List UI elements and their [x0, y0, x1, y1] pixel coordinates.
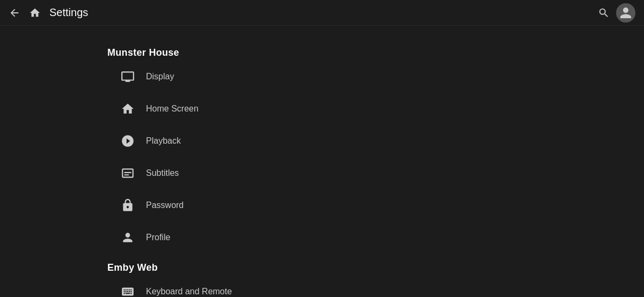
menu-item-playback[interactable]: Playback	[107, 125, 644, 157]
section-title-emby-web: Emby Web	[107, 262, 158, 273]
playback-label: Playback	[146, 136, 181, 146]
section-emby-web: Emby Web Keyboard and Remote	[107, 258, 644, 297]
avatar[interactable]	[616, 3, 635, 23]
settings-content: Munster House Display Home Screen	[0, 26, 644, 297]
profile-label: Profile	[146, 233, 170, 242]
section-header-munster-house: Munster House	[107, 43, 644, 61]
playback-icon	[120, 133, 135, 148]
header: Settings	[0, 0, 644, 26]
back-icon[interactable]	[9, 7, 20, 19]
password-icon	[120, 198, 135, 213]
password-label: Password	[146, 201, 184, 210]
menu-item-keyboard-remote[interactable]: Keyboard and Remote	[107, 276, 644, 297]
header-right	[598, 3, 635, 23]
menu-item-profile[interactable]: Profile	[107, 221, 644, 254]
header-left: Settings	[9, 6, 598, 19]
page-title: Settings	[49, 6, 88, 19]
profile-icon	[120, 230, 135, 245]
subtitles-label: Subtitles	[146, 168, 179, 178]
section-title-munster-house: Munster House	[107, 47, 179, 58]
section-munster-house: Munster House Display Home Screen	[107, 43, 644, 254]
menu-item-password[interactable]: Password	[107, 189, 644, 221]
menu-item-display[interactable]: Display	[107, 61, 644, 93]
display-label: Display	[146, 72, 174, 81]
home-nav-icon[interactable]	[29, 7, 41, 19]
display-icon	[120, 69, 135, 84]
keyboard-remote-label: Keyboard and Remote	[146, 287, 232, 296]
home-screen-label: Home Screen	[146, 104, 199, 114]
home-screen-icon	[120, 101, 135, 116]
menu-item-home-screen[interactable]: Home Screen	[107, 93, 644, 125]
search-icon[interactable]	[598, 7, 610, 19]
menu-item-subtitles[interactable]: Subtitles	[107, 157, 644, 189]
keyboard-icon	[120, 284, 135, 297]
subtitles-icon	[120, 166, 135, 181]
section-header-emby-web: Emby Web	[107, 258, 644, 276]
